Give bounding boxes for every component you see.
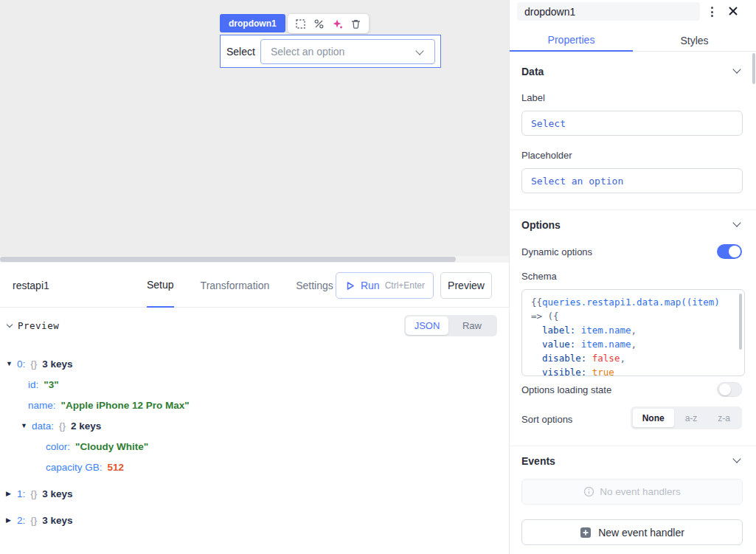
- widget-name-input[interactable]: dropdown1: [517, 2, 700, 21]
- preview-format-toggle: JSON Raw: [404, 315, 497, 336]
- dropdown-widget-label: Select: [221, 46, 260, 58]
- chevron-down-icon: [415, 46, 423, 55]
- chevron-down-icon[interactable]: [732, 65, 741, 73]
- chevron-down-icon[interactable]: [732, 454, 741, 463]
- plus-square-icon: [580, 527, 592, 539]
- tab-styles[interactable]: Styles: [633, 30, 756, 52]
- tree-row[interactable]: ▼ 0: {} 3 keys: [6, 353, 509, 374]
- widget-inspector: dropdown1 Properties Styles Data Label S…: [509, 0, 756, 554]
- tree-meta: 3 keys: [42, 488, 72, 499]
- no-event-handlers-text: No event handlers: [600, 486, 681, 497]
- configure-icon[interactable]: [313, 18, 325, 30]
- expander-icon[interactable]: ▼: [6, 360, 17, 367]
- preview-button[interactable]: Preview: [440, 272, 492, 299]
- section-options-title: Options: [521, 219, 561, 231]
- widget-toolbar: [288, 14, 369, 33]
- sparkle-icon[interactable]: [332, 18, 343, 30]
- tree-brace: {}: [30, 488, 37, 499]
- run-shortcut: Ctrl+Enter: [385, 280, 425, 291]
- run-button-label: Run: [361, 280, 380, 291]
- tree-key: data:: [32, 420, 54, 432]
- dynamic-options-toggle[interactable]: [717, 244, 742, 259]
- app-window: dropdown1 Select Select an option: [0, 0, 756, 554]
- dropdown-widget-select[interactable]: Select an option: [260, 39, 435, 64]
- sort-options-segmented-control: None a-z z-a: [631, 406, 742, 429]
- tab-setup[interactable]: Setup: [147, 263, 174, 308]
- placeholder-field-label: Placeholder: [521, 150, 572, 161]
- label-value-input[interactable]: Select: [521, 111, 743, 136]
- sort-za-button[interactable]: z-a: [708, 409, 740, 427]
- inspector-tabs: Properties Styles: [510, 30, 756, 52]
- tree-key: color:: [46, 441, 70, 452]
- preview-bar: Preview JSON Raw: [0, 308, 509, 343]
- tree-row[interactable]: color: "Cloudy White": [6, 436, 509, 457]
- tree-key: capacity GB:: [46, 462, 103, 473]
- placeholder-value-input[interactable]: Select an option: [521, 168, 743, 193]
- no-event-handlers-box: No event handlers: [521, 479, 743, 505]
- tree-row[interactable]: ▼ data: {} 2 keys: [6, 415, 509, 436]
- select-region-icon[interactable]: [295, 18, 306, 30]
- options-loading-toggle[interactable]: [717, 382, 742, 397]
- toggle-json[interactable]: JSON: [406, 316, 448, 335]
- tree-meta: 3 keys: [42, 359, 72, 370]
- expander-icon[interactable]: ▶: [6, 490, 17, 497]
- schema-code-editor[interactable]: {{queries.restapi1.data.map((item) => ({…: [521, 289, 745, 376]
- section-data-title: Data: [521, 66, 544, 77]
- tree-row[interactable]: name: "Apple iPhone 12 Pro Max": [6, 395, 509, 415]
- new-event-handler-label: New event handler: [598, 527, 684, 539]
- tree-meta: 3 keys: [42, 515, 72, 526]
- tree-brace: {}: [30, 359, 37, 370]
- query-panel: restapi1 Setup Transformation Settings R…: [0, 263, 509, 554]
- tree-row[interactable]: ▶ 2: {} 3 keys: [6, 510, 509, 530]
- sort-none-button[interactable]: None: [633, 409, 674, 427]
- chevron-down-icon[interactable]: [732, 218, 741, 226]
- section-divider: [510, 446, 756, 446]
- new-event-handler-button[interactable]: New event handler: [521, 519, 743, 545]
- tree-meta: 2 keys: [71, 420, 101, 432]
- query-name[interactable]: restapi1: [13, 280, 49, 291]
- code-line: disable: false,: [531, 351, 735, 365]
- code-line: visible: true: [531, 365, 735, 376]
- tree-row[interactable]: capacity GB: 512: [6, 457, 509, 477]
- toggle-raw[interactable]: Raw: [448, 316, 496, 335]
- options-loading-label: Options loading state: [521, 384, 611, 395]
- horizontal-scrollbar[interactable]: [0, 256, 509, 263]
- tree-brace: {}: [30, 515, 37, 526]
- tree-key: name:: [28, 400, 56, 411]
- kebab-menu-icon[interactable]: [704, 4, 719, 20]
- code-line: label: item.name,: [531, 323, 735, 337]
- play-icon: [344, 280, 356, 291]
- horizontal-scrollbar-thumb[interactable]: [0, 257, 456, 262]
- tab-transformation[interactable]: Transformation: [201, 263, 270, 308]
- query-panel-header: restapi1 Setup Transformation Settings R…: [0, 263, 509, 308]
- tab-settings[interactable]: Settings: [296, 263, 333, 308]
- vertical-scrollbar-thumb[interactable]: [752, 53, 755, 84]
- delete-icon[interactable]: [350, 18, 361, 30]
- preview-title-text: Preview: [18, 320, 59, 331]
- dynamic-options-label: Dynamic options: [521, 246, 592, 257]
- tree-row[interactable]: id: "3": [6, 374, 509, 395]
- section-divider: [510, 210, 756, 210]
- info-icon: [583, 486, 594, 497]
- tree-brace: {}: [59, 420, 66, 432]
- tree-value: "Apple iPhone 12 Pro Max": [61, 400, 190, 411]
- sort-az-button[interactable]: a-z: [676, 409, 707, 427]
- chevron-down-icon: [7, 322, 13, 328]
- tab-properties[interactable]: Properties: [510, 30, 633, 52]
- tree-value: 512: [108, 462, 125, 473]
- code-scrollbar-thumb[interactable]: [739, 294, 742, 350]
- tree-row[interactable]: ▶ 1: {} 3 keys: [6, 483, 509, 504]
- tree-value: "3": [44, 379, 58, 390]
- widget-name-badge[interactable]: dropdown1: [220, 14, 285, 32]
- tree-value: "Cloudy White": [75, 441, 148, 452]
- run-button[interactable]: Run Ctrl+Enter: [336, 272, 434, 299]
- canvas[interactable]: dropdown1 Select Select an option: [0, 0, 509, 256]
- preview-section-title[interactable]: Preview: [7, 320, 59, 331]
- sort-options-label: Sort options: [521, 414, 572, 425]
- tree-key: 1:: [17, 488, 25, 499]
- dropdown-widget[interactable]: Select Select an option: [220, 35, 441, 68]
- tree-key: 0:: [17, 359, 25, 370]
- expander-icon[interactable]: ▼: [21, 422, 32, 429]
- close-icon[interactable]: [724, 1, 743, 21]
- expander-icon[interactable]: ▶: [6, 516, 17, 524]
